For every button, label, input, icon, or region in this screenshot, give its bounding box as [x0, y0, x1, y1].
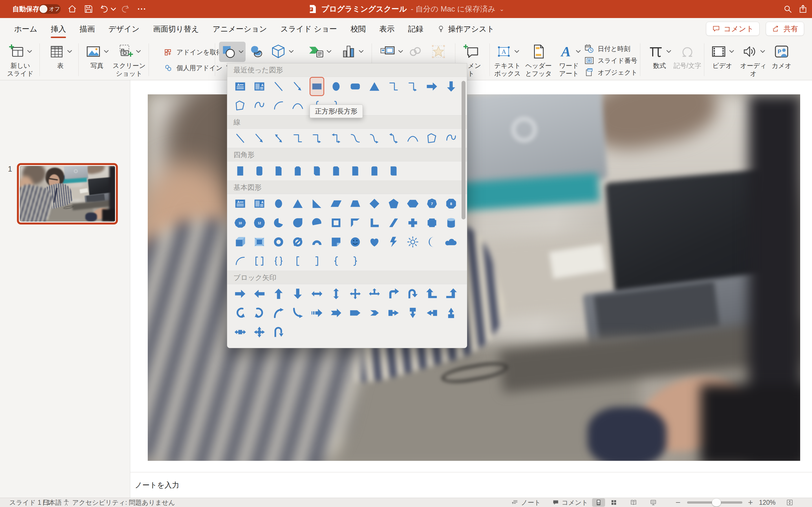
- status-language[interactable]: 日本語: [42, 498, 62, 507]
- slide-sorter-view-button[interactable]: [607, 498, 620, 507]
- tab-挿入[interactable]: 挿入: [44, 18, 73, 40]
- shape-chevron-arrow[interactable]: [365, 303, 384, 323]
- text-box-button[interactable]: A テキスト ボックス: [493, 42, 522, 77]
- comments-button[interactable]: コメント: [706, 22, 760, 36]
- status-notes-toggle[interactable]: ノート: [511, 498, 541, 507]
- shape-decagon[interactable]: 10: [231, 213, 250, 232]
- shape-freeform[interactable]: [422, 129, 442, 148]
- insert-audio-button[interactable]: オーディオ: [738, 42, 769, 77]
- shape-striped-right-arrow[interactable]: [307, 303, 326, 323]
- insert-table-button[interactable]: 表: [45, 42, 76, 69]
- shape-curved-down-arrow[interactable]: [288, 303, 307, 323]
- shape-text-box[interactable]: A: [231, 77, 250, 96]
- save-icon[interactable]: [84, 4, 94, 14]
- shape-text-box[interactable]: A: [231, 194, 250, 213]
- shape-diagonal-stripe[interactable]: [384, 213, 403, 232]
- shape-curved-right-arrow[interactable]: [231, 303, 250, 323]
- header-footer-button[interactable]: ヘッダー とフッター: [524, 42, 553, 86]
- shape-left-right-up-arrow[interactable]: [365, 284, 384, 303]
- shape-block-arc[interactable]: [307, 232, 326, 251]
- shape-bent-up-arrow-left[interactable]: [422, 284, 442, 303]
- shape-isosceles-triangle[interactable]: [288, 194, 307, 213]
- tab-記録[interactable]: 記録: [401, 18, 430, 40]
- shape-line[interactable]: [231, 129, 250, 148]
- fit-to-window-button[interactable]: [786, 498, 794, 507]
- shape-arrow-left-right[interactable]: [307, 284, 326, 303]
- screenshot-button[interactable]: スクリーン ショット: [112, 42, 147, 77]
- tab-操作アシスト[interactable]: 操作アシスト: [430, 18, 501, 40]
- word-art-button[interactable]: A ワード アート: [554, 42, 583, 77]
- shape-elbow-connector[interactable]: [288, 129, 307, 148]
- insert-photo-button[interactable]: 写真: [82, 42, 112, 69]
- shape-line-double-arrow[interactable]: [269, 129, 288, 148]
- share-sheet-icon[interactable]: [798, 4, 808, 14]
- shape-trapezoid[interactable]: [346, 194, 365, 213]
- tab-校閲[interactable]: 校閲: [344, 18, 372, 40]
- shape-curved-double-arrow-connector[interactable]: [384, 129, 403, 148]
- shape-arrow-up[interactable]: [269, 284, 288, 303]
- shape-heptagon[interactable]: 7: [422, 194, 442, 213]
- shape-elbow-connector[interactable]: [384, 77, 403, 96]
- shape-donut[interactable]: [269, 232, 288, 251]
- shape-curved-left-arrow[interactable]: [250, 303, 269, 323]
- shape-double-bracket[interactable]: [250, 251, 269, 271]
- shape-octagon[interactable]: 8: [442, 194, 461, 213]
- cameo-button[interactable]: P カメオ: [770, 42, 793, 69]
- shape-rect-3[interactable]: [269, 161, 288, 180]
- tab-描画[interactable]: 描画: [73, 18, 101, 40]
- shape-isosceles-triangle[interactable]: [365, 77, 384, 96]
- tab-デザイン[interactable]: デザイン: [101, 18, 146, 40]
- zoom-level[interactable]: 120%: [759, 498, 776, 507]
- shape-arrow-right[interactable]: [231, 284, 250, 303]
- slide-number-button[interactable]: スライド番号: [584, 55, 638, 66]
- shape-elbow-double-arrow[interactable]: [326, 129, 346, 148]
- home-icon[interactable]: [67, 4, 77, 14]
- shape-line[interactable]: [269, 77, 288, 96]
- shape-left-right-arrow-callout[interactable]: [231, 323, 250, 342]
- insert-video-button[interactable]: ビデオ: [708, 42, 737, 69]
- status-accessibility[interactable]: アクセシビリティ: 問題ありません: [63, 498, 175, 507]
- shape-left-bracket[interactable]: [288, 251, 307, 271]
- shape-arrow-down[interactable]: [288, 284, 307, 303]
- shape-curved-up-arrow[interactable]: [269, 303, 288, 323]
- shape-rect-2[interactable]: [250, 161, 269, 180]
- shape-notched-right-arrow[interactable]: [326, 303, 346, 323]
- tab-ホーム[interactable]: ホーム: [7, 18, 44, 40]
- new-slide-button[interactable]: 新しい スライド: [3, 42, 38, 77]
- zoom-out-button[interactable]: −: [675, 498, 680, 507]
- insert-icons-button[interactable]: [248, 42, 266, 61]
- shape-l-shape[interactable]: [365, 213, 384, 232]
- shape-cube[interactable]: [231, 232, 250, 251]
- title-chevron-icon[interactable]: ⌄: [499, 6, 504, 12]
- zoom-slider[interactable]: [687, 501, 742, 504]
- shape-moon[interactable]: [422, 232, 442, 251]
- shape-curved-arrow-connector[interactable]: [365, 129, 384, 148]
- more-icon[interactable]: [137, 4, 147, 14]
- shape-curve[interactable]: [288, 96, 307, 115]
- shape-plaque[interactable]: [422, 213, 442, 232]
- shape-oval[interactable]: [269, 194, 288, 213]
- shape-folded-corner[interactable]: [326, 232, 346, 251]
- shape-pie[interactable]: [269, 213, 288, 232]
- shape-right-triangle[interactable]: [307, 194, 326, 213]
- normal-view-button[interactable]: [592, 498, 605, 507]
- shape-bent-arrow[interactable]: [384, 284, 403, 303]
- shape-right-brace[interactable]: [346, 251, 365, 271]
- shape-curve[interactable]: [403, 129, 422, 148]
- shape-pentagon-arrow[interactable]: [346, 303, 365, 323]
- autosave-toggle[interactable]: オフ: [39, 4, 61, 14]
- shape-right-arrow-callout[interactable]: [384, 303, 403, 323]
- shape-freeform[interactable]: [231, 96, 250, 115]
- shape-u-turn-arrow[interactable]: [403, 284, 422, 303]
- status-comments-toggle[interactable]: コメント: [552, 498, 588, 507]
- shape-arrow-left[interactable]: [250, 284, 269, 303]
- shape-rect-5[interactable]: [307, 161, 326, 180]
- shape-vertical-text-box[interactable]: A: [250, 77, 269, 96]
- shape-oval[interactable]: [326, 77, 346, 96]
- shape-lightning-bolt[interactable]: [384, 232, 403, 251]
- slide-thumbnail[interactable]: [17, 163, 118, 224]
- shape-rect-9[interactable]: [384, 161, 403, 180]
- shape-half-frame[interactable]: [346, 213, 365, 232]
- shape-block-arrow-right[interactable]: [422, 77, 442, 96]
- shape-no-symbol[interactable]: [288, 232, 307, 251]
